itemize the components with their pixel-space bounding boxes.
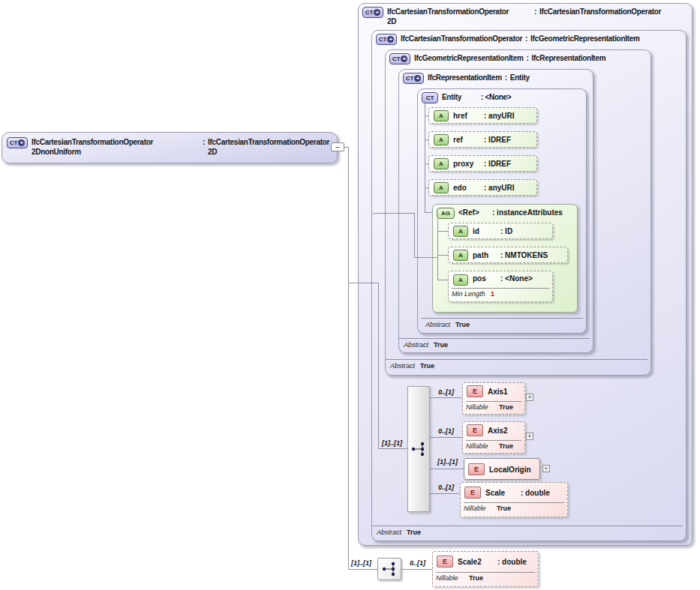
type-name: IfcCartesianTransformationOperator 2D bbox=[387, 7, 531, 26]
main-element-box-ifccartesiantransformationoperator2dnonuniform[interactable]: CT+ IfcCartesianTransformationOperator 2… bbox=[2, 132, 338, 163]
sequence-icon bbox=[381, 561, 398, 577]
element-icon: E bbox=[468, 463, 485, 475]
base-type: : <None> bbox=[481, 92, 511, 102]
minlength-facet-row: Min Length 1 bbox=[452, 288, 549, 298]
type-name: Entity bbox=[442, 92, 481, 102]
attribute-group-type: : instanceAttributes bbox=[492, 208, 563, 217]
attribute-box-href[interactable]: A href : anyURI bbox=[428, 107, 537, 124]
attribute-name: pos bbox=[473, 274, 500, 283]
schema-diagram: CT+ IfcCartesianTransformationOperator 2… bbox=[0, 0, 700, 590]
attribute-name: edo bbox=[453, 184, 484, 192]
element-name: LocalOrigin bbox=[489, 466, 531, 474]
type-name-line1: IfcCartesianTransformationOperator bbox=[32, 137, 200, 147]
element-box-scale2[interactable]: E Scale2 : double Nillable True bbox=[432, 551, 539, 587]
colon-separator: : bbox=[200, 137, 208, 147]
cardinality-label-sequence2: [1]..[1] bbox=[351, 559, 371, 567]
abstract-facet-row: Abstract True bbox=[386, 359, 647, 370]
attribute-tree-line bbox=[425, 139, 428, 140]
colon-separator: : bbox=[524, 53, 532, 63]
attribute-type: : IDREF bbox=[484, 136, 511, 144]
nillable-facet-row: Nillable True bbox=[464, 502, 564, 512]
complextype-icon: CT+ bbox=[389, 53, 410, 64]
ct-letters: CT bbox=[10, 138, 18, 148]
attribute-box-proxy[interactable]: A proxy : IDREF bbox=[428, 155, 537, 172]
colon-separator: : bbox=[522, 34, 530, 43]
element-type: : double bbox=[497, 558, 527, 566]
attribute-box-edo[interactable]: A edo : anyURI bbox=[428, 179, 537, 196]
connector-line bbox=[430, 437, 462, 438]
attribute-type: : <None> bbox=[500, 274, 533, 283]
attribute-group-icon: AG bbox=[437, 208, 455, 219]
complextype-icon: CT+ bbox=[362, 7, 383, 18]
attribute-box-ref[interactable]: A ref : IDREF bbox=[428, 131, 537, 148]
base-type: IfcRepresentationItem bbox=[532, 53, 606, 63]
base-type: IfcGeometricRepresentationItem bbox=[530, 34, 640, 43]
element-icon: E bbox=[467, 424, 483, 436]
attribute-box-path[interactable]: A path : NMTOKENS bbox=[448, 247, 568, 263]
sequence-compositor-bar[interactable] bbox=[407, 386, 430, 512]
type-name: IfcCartesianTransformationOperator 2Dnon… bbox=[32, 137, 200, 157]
plus-glyph: + bbox=[374, 9, 380, 16]
attribute-tree-line bbox=[437, 255, 448, 256]
attribute-icon: A bbox=[453, 250, 468, 261]
sequence-compositor-icon[interactable] bbox=[377, 558, 401, 580]
minlength-label: Min Length bbox=[452, 290, 491, 298]
attribute-icon: A bbox=[453, 274, 468, 286]
nillable-facet-row: Nillable True bbox=[436, 572, 535, 582]
abstract-value: True bbox=[434, 341, 448, 349]
connector-line bbox=[348, 569, 377, 570]
element-row: E Scale : double bbox=[464, 487, 550, 499]
base-type-line2: 2D bbox=[208, 147, 329, 157]
element-name: Axis2 bbox=[488, 427, 508, 435]
base-type: IfcCartesianTransformationOperator bbox=[539, 7, 661, 16]
plus-glyph: + bbox=[414, 75, 421, 82]
box-header: CT+ IfcCartesianTransformationOperator 2… bbox=[362, 7, 661, 26]
plus-glyph: + bbox=[387, 36, 394, 43]
abstract-label: Abstract bbox=[390, 362, 420, 370]
cardinality-label-scale: 0..[1] bbox=[438, 484, 454, 491]
attribute-type: : anyURI bbox=[484, 112, 515, 120]
base-type: IfcCartesianTransformationOperator 2D bbox=[208, 137, 329, 157]
attribute-name: href bbox=[453, 112, 484, 120]
connector-line bbox=[430, 469, 464, 469]
box-header: CT+ IfcRepresentationItem : Entity bbox=[403, 73, 530, 84]
attribute-type: : anyURI bbox=[484, 184, 515, 192]
nillable-label: Nillable bbox=[464, 505, 497, 512]
ct-letters: CT bbox=[392, 54, 401, 64]
connector-line bbox=[378, 283, 379, 448]
element-row: E Axis1 bbox=[467, 385, 508, 397]
attribute-name: path bbox=[473, 251, 500, 259]
nillable-value: True bbox=[499, 442, 513, 450]
element-box-scale[interactable]: E Scale : double Nillable True bbox=[460, 482, 568, 517]
attribute-box-id[interactable]: A id : ID bbox=[448, 223, 553, 239]
attribute-type: : ID bbox=[500, 227, 512, 235]
nillable-facet-row: Nillable True bbox=[466, 401, 521, 411]
cardinality-label-scale2: 0..[1] bbox=[410, 559, 425, 567]
cardinality-label-axis2: 0..[1] bbox=[438, 427, 454, 435]
abstract-value: True bbox=[455, 321, 470, 328]
connector-line bbox=[430, 397, 462, 398]
attribute-box-pos[interactable]: A pos : <None> Min Length 1 bbox=[448, 271, 553, 302]
element-name: Scale2 bbox=[458, 558, 497, 566]
plus-glyph: + bbox=[401, 55, 407, 62]
expand-button-axis1[interactable]: + bbox=[526, 394, 533, 401]
connector-line bbox=[414, 213, 415, 257]
expand-button-localorigin[interactable]: + bbox=[542, 465, 550, 472]
cardinality-label-axis1: 0..[1] bbox=[438, 388, 454, 396]
expand-button-axis2[interactable]: + bbox=[526, 433, 533, 440]
abstract-facet-row: Abstract True bbox=[421, 318, 583, 328]
type-name-line1: IfcCartesianTransformationOperator bbox=[387, 7, 531, 16]
nillable-label: Nillable bbox=[466, 403, 499, 411]
collapse-handle[interactable]: – bbox=[331, 142, 344, 151]
type-name: IfcGeometricRepresentationItem bbox=[414, 53, 524, 63]
connector-line bbox=[348, 283, 379, 283]
nillable-facet-row: Nillable True bbox=[466, 440, 521, 450]
connector-line bbox=[378, 448, 407, 449]
box-header: CT+ IfcCartesianTransformationOperator :… bbox=[376, 34, 640, 45]
attribute-name: id bbox=[473, 227, 500, 235]
element-box-axis1[interactable]: E Axis1 Nillable True bbox=[462, 382, 525, 415]
element-box-localorigin[interactable]: E LocalOrigin bbox=[464, 458, 540, 480]
element-box-axis2[interactable]: E Axis2 Nillable True bbox=[462, 421, 525, 454]
nillable-label: Nillable bbox=[466, 442, 499, 450]
base-type-line1: IfcCartesianTransformationOperator bbox=[208, 137, 329, 147]
